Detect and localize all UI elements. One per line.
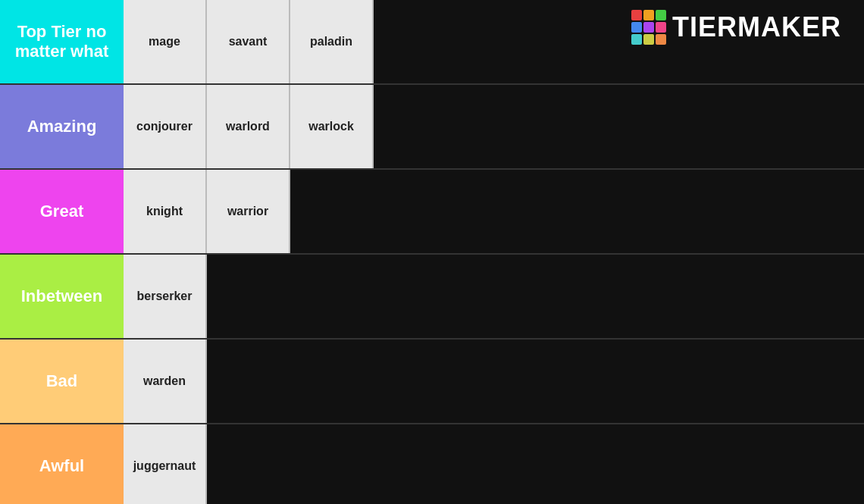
logo-grid-cell bbox=[656, 22, 666, 33]
logo: TiERMAKER bbox=[631, 10, 841, 45]
tier-item-conjourer[interactable]: conjourer bbox=[124, 85, 207, 168]
logo-grid-cell bbox=[643, 34, 654, 45]
tier-row-awful: Awfuljuggernaut bbox=[0, 424, 864, 504]
tier-row-amazing: Amazingconjourerwarlordwarlock bbox=[0, 85, 864, 170]
tier-item-paladin[interactable]: paladin bbox=[290, 0, 374, 83]
tier-row-inbetween: Inbetweenberserker bbox=[0, 255, 864, 340]
tier-item-savant[interactable]: savant bbox=[207, 0, 290, 83]
tier-items-awful: juggernaut bbox=[124, 424, 864, 504]
tier-item-berserker[interactable]: berserker bbox=[124, 255, 207, 338]
tier-item-juggernaut[interactable]: juggernaut bbox=[124, 424, 207, 504]
logo-grid-cell bbox=[631, 10, 642, 20]
header: TiERMAKER bbox=[616, 4, 856, 51]
tier-row-bad: Badwarden bbox=[0, 340, 864, 424]
tier-item-warden[interactable]: warden bbox=[124, 340, 207, 423]
tier-item-warlord[interactable]: warlord bbox=[207, 85, 290, 168]
logo-text: TiERMAKER bbox=[672, 11, 841, 43]
tier-item-knight[interactable]: knight bbox=[124, 170, 207, 253]
logo-grid-cell bbox=[656, 34, 666, 45]
tier-item-mage[interactable]: mage bbox=[124, 0, 207, 83]
logo-grid-cell bbox=[631, 34, 642, 45]
logo-grid-cell bbox=[643, 22, 654, 33]
tier-label-awful: Awful bbox=[0, 424, 124, 504]
tier-row-great: Greatknightwarrior bbox=[0, 170, 864, 255]
logo-grid-cell bbox=[631, 22, 642, 33]
tier-item-warlock[interactable]: warlock bbox=[290, 85, 374, 168]
logo-grid-cell bbox=[643, 10, 654, 20]
tier-label-top: Top Tier no matter what bbox=[0, 0, 124, 83]
tier-label-bad: Bad bbox=[0, 340, 124, 423]
logo-grid bbox=[631, 10, 666, 45]
tier-items-inbetween: berserker bbox=[124, 255, 864, 338]
logo-grid-cell bbox=[656, 10, 666, 20]
tier-items-great: knightwarrior bbox=[124, 170, 864, 253]
tier-item-warrior[interactable]: warrior bbox=[207, 170, 290, 253]
tier-items-amazing: conjourerwarlordwarlock bbox=[124, 85, 864, 168]
tier-label-great: Great bbox=[0, 170, 124, 253]
tier-table: Top Tier no matter whatmagesavantpaladin… bbox=[0, 0, 864, 504]
tier-label-amazing: Amazing bbox=[0, 85, 124, 168]
tier-label-inbetween: Inbetween bbox=[0, 255, 124, 338]
tier-items-bad: warden bbox=[124, 340, 864, 423]
